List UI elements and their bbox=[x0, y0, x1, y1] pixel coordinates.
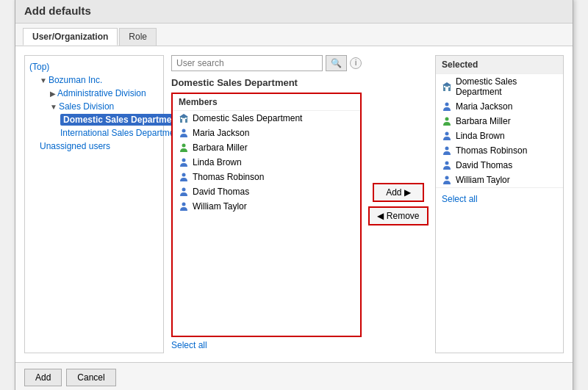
svg-point-20 bbox=[445, 161, 449, 165]
selected-select-all-link[interactable]: Select all bbox=[442, 191, 478, 207]
person-blue-icon bbox=[179, 201, 189, 212]
person-blue-icon bbox=[442, 145, 452, 156]
svg-point-21 bbox=[445, 176, 449, 179]
member-name: Linda Brown bbox=[193, 157, 242, 167]
member-item[interactable]: Linda Brown bbox=[173, 155, 360, 170]
selected-item[interactable]: William Taylor bbox=[436, 173, 563, 187]
person-blue-icon bbox=[442, 160, 452, 170]
building-icon bbox=[179, 113, 189, 123]
footer-cancel-button[interactable]: Cancel bbox=[66, 369, 115, 386]
building-icon bbox=[442, 82, 452, 92]
person-blue-icon bbox=[179, 128, 189, 138]
selected-name: Linda Brown bbox=[456, 131, 505, 141]
selected-panel: Selected Domestic Sales Department bbox=[435, 55, 564, 353]
person-blue-icon bbox=[179, 157, 189, 167]
footer-add-button[interactable]: Add bbox=[24, 369, 62, 386]
search-input[interactable] bbox=[171, 55, 323, 71]
tree-item-sales-division[interactable]: ▼Sales Division bbox=[29, 100, 159, 113]
tree-item-domestic-sales[interactable]: Domestic Sales Department bbox=[29, 113, 159, 126]
svg-point-16 bbox=[445, 102, 449, 106]
selected-item[interactable]: David Thomas bbox=[436, 158, 563, 173]
tab-role[interactable]: Role bbox=[119, 28, 157, 46]
member-item[interactable]: Maria Jackson bbox=[173, 126, 360, 140]
selected-name: Domestic Sales Department bbox=[456, 76, 557, 97]
selected-item[interactable]: Thomas Robinson bbox=[436, 143, 563, 158]
person-green-icon bbox=[442, 116, 452, 126]
middle-panel: 🔍 i Domestic Sales Department Members bbox=[171, 55, 362, 353]
tree-panel: (Top) ▼Bozuman Inc. ▶Administrative Divi… bbox=[24, 55, 164, 353]
selected-item[interactable]: Barbara Miller bbox=[436, 114, 563, 129]
info-icon[interactable]: i bbox=[350, 57, 362, 69]
member-name: Barbara Miller bbox=[193, 142, 248, 153]
member-item[interactable]: Domestic Sales Department bbox=[173, 111, 360, 126]
selected-header: Selected bbox=[436, 56, 563, 74]
tree-item-intl-sales[interactable]: International Sales Department bbox=[29, 126, 159, 140]
svg-rect-3 bbox=[185, 118, 187, 119]
svg-point-18 bbox=[445, 131, 449, 135]
person-blue-icon bbox=[442, 131, 452, 141]
search-bar: 🔍 i bbox=[171, 55, 362, 71]
member-name: William Taylor bbox=[193, 201, 247, 212]
selected-name: William Taylor bbox=[456, 175, 510, 185]
tree-item-bozuman[interactable]: ▼Bozuman Inc. bbox=[29, 73, 159, 87]
dialog-title: Add defaults bbox=[15, 0, 573, 24]
svg-marker-4 bbox=[179, 114, 188, 117]
svg-rect-1 bbox=[182, 118, 185, 123]
selected-name: Barbara Miller bbox=[456, 116, 511, 126]
selected-list: Domestic Sales Department Maria Jackson bbox=[436, 74, 563, 187]
add-button[interactable]: Add ▶ bbox=[373, 183, 424, 202]
svg-point-9 bbox=[182, 187, 186, 191]
selected-name: Thomas Robinson bbox=[456, 145, 527, 156]
members-header: Members bbox=[173, 94, 360, 111]
selected-item[interactable]: Linda Brown bbox=[436, 129, 563, 143]
selected-name: Maria Jackson bbox=[456, 101, 512, 112]
svg-marker-15 bbox=[442, 82, 451, 85]
member-item[interactable]: David Thomas bbox=[173, 184, 360, 199]
remove-button[interactable]: ◀ Remove bbox=[368, 206, 428, 225]
member-item[interactable]: Barbara Miller bbox=[173, 140, 360, 155]
person-blue-icon bbox=[442, 101, 452, 112]
selected-item[interactable]: Maria Jackson bbox=[436, 99, 563, 114]
member-name: Domestic Sales Department bbox=[193, 113, 302, 123]
members-box: Members Domestic Sales Department bbox=[171, 93, 362, 337]
member-name: Thomas Robinson bbox=[193, 172, 264, 182]
add-defaults-dialog: Add defaults User/Organization Role (Top… bbox=[15, 0, 573, 390]
svg-rect-12 bbox=[445, 87, 448, 91]
member-name: Maria Jackson bbox=[193, 128, 249, 138]
selected-footer: Select all bbox=[436, 187, 563, 210]
dept-title: Domestic Sales Department bbox=[171, 77, 362, 88]
dialog-body: (Top) ▼Bozuman Inc. ▶Administrative Divi… bbox=[15, 46, 573, 362]
svg-rect-14 bbox=[448, 86, 450, 87]
svg-point-17 bbox=[445, 117, 449, 120]
svg-point-19 bbox=[445, 146, 449, 150]
tab-user-organization[interactable]: User/Organization bbox=[23, 28, 118, 46]
person-green-icon bbox=[179, 142, 189, 153]
search-button[interactable]: 🔍 bbox=[326, 55, 347, 71]
person-blue-icon bbox=[179, 187, 189, 197]
svg-point-8 bbox=[182, 173, 186, 176]
action-buttons: Add ▶ ◀ Remove bbox=[369, 55, 428, 353]
svg-point-7 bbox=[182, 158, 186, 162]
member-item[interactable]: Thomas Robinson bbox=[173, 170, 360, 184]
dialog-tabs: User/Organization Role bbox=[15, 24, 573, 46]
person-blue-icon bbox=[442, 175, 452, 185]
member-name: David Thomas bbox=[193, 187, 249, 197]
selected-name: David Thomas bbox=[456, 160, 512, 170]
tree-item-top[interactable]: (Top) bbox=[29, 60, 159, 73]
select-all-link[interactable]: Select all bbox=[171, 337, 362, 353]
svg-rect-2 bbox=[181, 118, 182, 119]
svg-point-5 bbox=[182, 129, 186, 132]
tree-item-admin-division[interactable]: ▶Administrative Division bbox=[29, 87, 159, 100]
dialog-footer: Add Cancel bbox=[15, 362, 573, 391]
svg-point-6 bbox=[182, 143, 186, 147]
svg-rect-13 bbox=[444, 86, 445, 87]
svg-point-10 bbox=[182, 202, 186, 206]
selected-item[interactable]: Domestic Sales Department bbox=[436, 74, 563, 99]
tree-item-unassigned[interactable]: Unassigned users bbox=[29, 140, 159, 153]
person-blue-icon bbox=[179, 172, 189, 182]
member-item[interactable]: William Taylor bbox=[173, 199, 360, 214]
